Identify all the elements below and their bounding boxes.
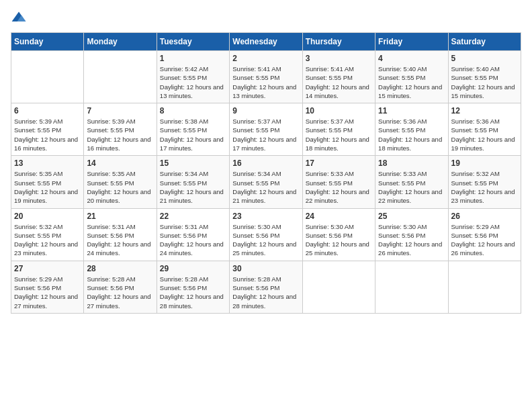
day-cell: 2Sunrise: 5:41 AMSunset: 5:55 PMDaylight…: [230, 51, 302, 103]
day-cell: 7Sunrise: 5:39 AMSunset: 5:55 PMDaylight…: [84, 103, 157, 156]
day-number: 9: [232, 106, 299, 116]
day-info: Sunrise: 5:34 AMSunset: 5:55 PMDaylight:…: [232, 169, 299, 205]
day-info: Sunrise: 5:33 AMSunset: 5:55 PMDaylight:…: [378, 169, 445, 205]
day-cell: 16Sunrise: 5:34 AMSunset: 5:55 PMDayligh…: [230, 156, 302, 208]
day-cell: 10Sunrise: 5:37 AMSunset: 5:55 PMDayligh…: [302, 103, 375, 156]
day-info: Sunrise: 5:39 AMSunset: 5:55 PMDaylight:…: [14, 117, 81, 152]
day-cell: 3Sunrise: 5:41 AMSunset: 5:55 PMDaylight…: [302, 51, 375, 103]
day-cell: 12Sunrise: 5:36 AMSunset: 5:55 PMDayligh…: [448, 103, 521, 156]
day-cell: 29Sunrise: 5:28 AMSunset: 5:56 PMDayligh…: [157, 261, 229, 313]
day-info: Sunrise: 5:42 AMSunset: 5:55 PMDaylight:…: [160, 64, 226, 100]
day-cell: 23Sunrise: 5:30 AMSunset: 5:56 PMDayligh…: [230, 208, 302, 261]
day-info: Sunrise: 5:37 AMSunset: 5:55 PMDaylight:…: [232, 117, 299, 152]
day-info: Sunrise: 5:31 AMSunset: 5:56 PMDaylight:…: [160, 222, 226, 258]
day-number: 27: [14, 264, 81, 273]
weekday-sunday: Sunday: [11, 33, 84, 51]
day-info: Sunrise: 5:35 AMSunset: 5:55 PMDaylight:…: [14, 169, 81, 205]
day-number: 4: [378, 54, 445, 63]
day-number: 13: [14, 158, 81, 168]
header: [11, 11, 521, 27]
day-cell: [11, 51, 84, 103]
day-info: Sunrise: 5:36 AMSunset: 5:55 PMDaylight:…: [378, 117, 445, 152]
day-number: 3: [306, 54, 372, 63]
day-info: Sunrise: 5:28 AMSunset: 5:56 PMDaylight:…: [160, 275, 226, 310]
day-cell: [375, 261, 448, 313]
week-row-5: 27Sunrise: 5:29 AMSunset: 5:56 PMDayligh…: [11, 261, 521, 313]
day-info: Sunrise: 5:32 AMSunset: 5:55 PMDaylight:…: [14, 222, 81, 258]
day-number: 26: [451, 212, 518, 221]
calendar-body: 1Sunrise: 5:42 AMSunset: 5:55 PMDaylight…: [11, 51, 521, 314]
day-number: 6: [14, 106, 81, 116]
day-number: 29: [160, 264, 226, 273]
day-cell: 9Sunrise: 5:37 AMSunset: 5:55 PMDaylight…: [230, 103, 302, 156]
day-cell: 26Sunrise: 5:29 AMSunset: 5:56 PMDayligh…: [448, 208, 521, 261]
weekday-wednesday: Wednesday: [230, 33, 302, 51]
day-info: Sunrise: 5:30 AMSunset: 5:56 PMDaylight:…: [378, 222, 445, 258]
day-number: 28: [87, 264, 153, 273]
day-cell: 17Sunrise: 5:33 AMSunset: 5:55 PMDayligh…: [302, 156, 375, 208]
day-cell: 28Sunrise: 5:28 AMSunset: 5:56 PMDayligh…: [84, 261, 157, 313]
day-number: 2: [232, 54, 299, 63]
day-number: 11: [378, 106, 445, 116]
day-cell: 14Sunrise: 5:35 AMSunset: 5:55 PMDayligh…: [84, 156, 157, 208]
week-row-3: 13Sunrise: 5:35 AMSunset: 5:55 PMDayligh…: [11, 156, 521, 208]
day-info: Sunrise: 5:41 AMSunset: 5:55 PMDaylight:…: [232, 64, 299, 100]
day-info: Sunrise: 5:41 AMSunset: 5:55 PMDaylight:…: [306, 64, 372, 100]
day-number: 22: [160, 212, 226, 221]
day-info: Sunrise: 5:34 AMSunset: 5:55 PMDaylight:…: [160, 169, 226, 205]
week-row-4: 20Sunrise: 5:32 AMSunset: 5:55 PMDayligh…: [11, 208, 521, 261]
day-number: 5: [451, 54, 518, 63]
day-info: Sunrise: 5:40 AMSunset: 5:55 PMDaylight:…: [378, 64, 445, 100]
day-number: 20: [14, 212, 81, 221]
week-row-2: 6Sunrise: 5:39 AMSunset: 5:55 PMDaylight…: [11, 103, 521, 156]
day-cell: 19Sunrise: 5:32 AMSunset: 5:55 PMDayligh…: [448, 156, 521, 208]
day-info: Sunrise: 5:30 AMSunset: 5:56 PMDaylight:…: [306, 222, 372, 258]
day-info: Sunrise: 5:28 AMSunset: 5:56 PMDaylight:…: [232, 275, 299, 310]
day-cell: 15Sunrise: 5:34 AMSunset: 5:55 PMDayligh…: [157, 156, 229, 208]
day-cell: [448, 261, 521, 313]
day-cell: 27Sunrise: 5:29 AMSunset: 5:56 PMDayligh…: [11, 261, 84, 313]
day-number: 19: [451, 158, 518, 168]
day-info: Sunrise: 5:28 AMSunset: 5:56 PMDaylight:…: [87, 275, 153, 310]
day-info: Sunrise: 5:38 AMSunset: 5:55 PMDaylight:…: [160, 117, 226, 152]
weekday-tuesday: Tuesday: [157, 33, 229, 51]
day-cell: 24Sunrise: 5:30 AMSunset: 5:56 PMDayligh…: [302, 208, 375, 261]
day-info: Sunrise: 5:31 AMSunset: 5:56 PMDaylight:…: [87, 222, 153, 258]
day-number: 10: [306, 106, 372, 116]
day-number: 7: [87, 106, 153, 116]
day-number: 8: [160, 106, 226, 116]
day-info: Sunrise: 5:35 AMSunset: 5:55 PMDaylight:…: [87, 169, 153, 205]
day-info: Sunrise: 5:36 AMSunset: 5:55 PMDaylight:…: [451, 117, 518, 152]
day-number: 15: [160, 158, 226, 168]
weekday-saturday: Saturday: [448, 33, 521, 51]
day-info: Sunrise: 5:29 AMSunset: 5:56 PMDaylight:…: [14, 275, 81, 310]
day-number: 12: [451, 106, 518, 116]
day-cell: 8Sunrise: 5:38 AMSunset: 5:55 PMDaylight…: [157, 103, 229, 156]
day-number: 30: [232, 264, 299, 273]
day-number: 1: [160, 54, 226, 63]
day-number: 16: [232, 158, 299, 168]
day-cell: 13Sunrise: 5:35 AMSunset: 5:55 PMDayligh…: [11, 156, 84, 208]
logo: [11, 11, 30, 27]
weekday-header-row: SundayMondayTuesdayWednesdayThursdayFrid…: [11, 33, 521, 51]
day-cell: 11Sunrise: 5:36 AMSunset: 5:55 PMDayligh…: [375, 103, 448, 156]
day-cell: 25Sunrise: 5:30 AMSunset: 5:56 PMDayligh…: [375, 208, 448, 261]
day-info: Sunrise: 5:33 AMSunset: 5:55 PMDaylight:…: [306, 169, 372, 205]
day-number: 24: [306, 212, 372, 221]
day-cell: [84, 51, 157, 103]
day-cell: 5Sunrise: 5:40 AMSunset: 5:55 PMDaylight…: [448, 51, 521, 103]
week-row-1: 1Sunrise: 5:42 AMSunset: 5:55 PMDaylight…: [11, 51, 521, 103]
weekday-monday: Monday: [84, 33, 157, 51]
day-info: Sunrise: 5:37 AMSunset: 5:55 PMDaylight:…: [306, 117, 372, 152]
day-cell: [302, 261, 375, 313]
day-number: 17: [306, 158, 372, 168]
day-cell: 21Sunrise: 5:31 AMSunset: 5:56 PMDayligh…: [84, 208, 157, 261]
day-info: Sunrise: 5:39 AMSunset: 5:55 PMDaylight:…: [87, 117, 153, 152]
day-info: Sunrise: 5:40 AMSunset: 5:55 PMDaylight:…: [451, 64, 518, 100]
day-cell: 18Sunrise: 5:33 AMSunset: 5:55 PMDayligh…: [375, 156, 448, 208]
day-info: Sunrise: 5:32 AMSunset: 5:55 PMDaylight:…: [451, 169, 518, 205]
day-cell: 22Sunrise: 5:31 AMSunset: 5:56 PMDayligh…: [157, 208, 229, 261]
day-number: 25: [378, 212, 445, 221]
calendar-table: SundayMondayTuesdayWednesdayThursdayFrid…: [11, 32, 521, 314]
logo-icon: [11, 11, 27, 27]
